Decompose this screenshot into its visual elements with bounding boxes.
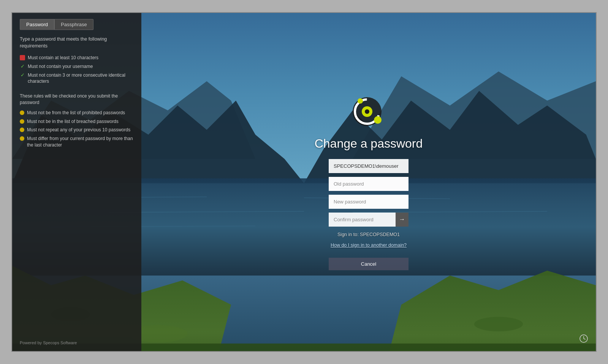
req-icon-yellow-3 [20, 128, 24, 132]
req-icon-yellow-2 [20, 119, 24, 124]
main-content: Change a password → Sign in to: SPECOPSD… [141, 13, 596, 351]
requirements-list: Must contain at least 10 characters ✓ Mu… [20, 55, 134, 87]
req-icon-green-2: ✓ [20, 64, 25, 69]
powered-by: Powered by Specops Software [20, 340, 134, 345]
req-text-2: Must not contain your username [28, 63, 93, 70]
deferred-item-4: Must differ from your current password b… [20, 136, 134, 148]
accessibility-icon[interactable] [579, 334, 588, 345]
req-icon-yellow-1 [20, 110, 24, 115]
req-item-3: ✓ Must not contain 3 or more consecutive… [20, 72, 134, 85]
accessibility-svg [579, 334, 588, 343]
main-frame: Password Passphrase Type a password that… [11, 12, 597, 352]
deferred-intro: These rules will be checked once you sub… [20, 93, 134, 106]
deferred-item-2: Must not be in the list of breached pass… [20, 118, 134, 125]
deferred-text-4: Must differ from your current password b… [27, 136, 134, 148]
page-title: Change a password [315, 137, 423, 151]
svg-point-22 [365, 109, 369, 114]
sidebar-panel: Password Passphrase Type a password that… [12, 13, 141, 351]
req-text-1: Must contain at least 10 characters [28, 55, 98, 61]
deferred-text-2: Must not be in the list of breached pass… [27, 118, 119, 125]
deferred-text-3: Must not repeat any of your previous 10 … [27, 127, 130, 133]
domain-link[interactable]: How do I sign in to another domain? [329, 243, 408, 248]
username-field[interactable] [329, 159, 408, 173]
svg-point-24 [374, 116, 382, 124]
req-text-3: Must not contain 3 or more consecutive i… [28, 72, 134, 85]
sign-in-label: Sign in to: SPECOPSDEMO1 [329, 232, 408, 237]
new-password-field[interactable] [329, 195, 408, 209]
req-icon-yellow-4 [20, 136, 24, 141]
deferred-text-1: Must not be from the list of prohibited … [27, 110, 125, 116]
sidebar-intro: Type a password that meets the following… [20, 36, 134, 49]
cancel-button[interactable]: Cancel [329, 258, 408, 270]
deferred-item-3: Must not repeat any of your previous 10 … [20, 127, 134, 133]
deferred-item-1: Must not be from the list of prohibited … [20, 110, 134, 116]
tab-row: Password Passphrase [20, 19, 134, 30]
logo-container [350, 94, 388, 130]
req-icon-red-1 [20, 55, 25, 60]
form-container: → Sign in to: SPECOPSDEMO1 How do I sign… [329, 159, 408, 270]
submit-arrow-button[interactable]: → [396, 213, 408, 227]
specops-logo [350, 94, 388, 128]
req-icon-green-3: ✓ [20, 72, 25, 78]
svg-point-23 [358, 98, 363, 104]
tab-password[interactable]: Password [20, 19, 54, 30]
old-password-field[interactable] [329, 177, 408, 191]
req-item-1: Must contain at least 10 characters [20, 55, 134, 61]
req-item-2: ✓ Must not contain your username [20, 63, 134, 70]
confirm-password-wrapper: → [329, 213, 408, 227]
deferred-list: Must not be from the list of prohibited … [20, 110, 134, 151]
tab-passphrase[interactable]: Passphrase [54, 19, 93, 30]
